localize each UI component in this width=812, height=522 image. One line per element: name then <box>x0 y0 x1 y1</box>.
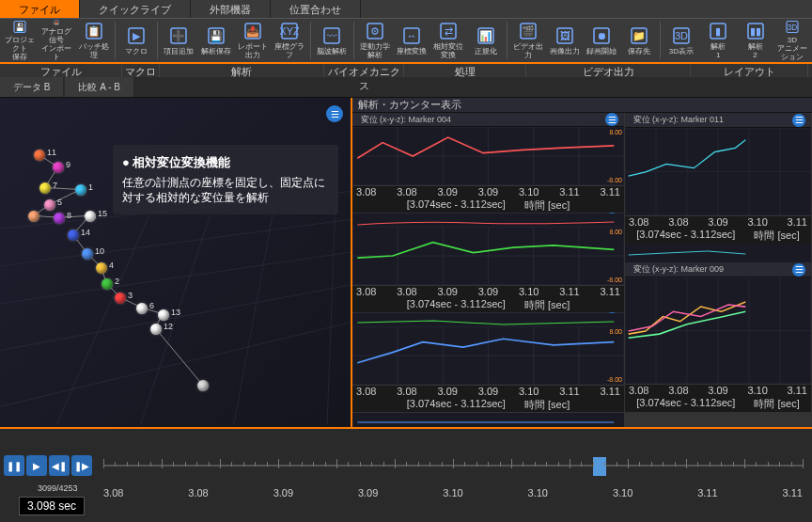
marker-point[interactable] <box>115 293 126 304</box>
step-back-button[interactable]: ◀❚ <box>49 455 70 476</box>
timeline-handle[interactable] <box>593 457 606 476</box>
chart-title: 変位 (x-y-z): Marker 004 <box>352 113 624 127</box>
chart-menu-button[interactable] <box>792 263 805 277</box>
ribbon-バッチ処理[interactable]: 📋バッチ処理 <box>76 20 112 61</box>
marker-point[interactable] <box>158 309 169 321</box>
svg-text:📁: 📁 <box>632 29 646 42</box>
work-tab-1[interactable]: 比較 A - B <box>65 77 133 97</box>
marker-label: 1 <box>88 182 93 192</box>
ribbon-画像出力[interactable]: 🖼画像出力 <box>547 20 583 61</box>
marker-point[interactable] <box>82 248 93 260</box>
marker-label: 15 <box>98 209 107 218</box>
viewport-3d[interactable]: 119715815141042361312 ● 相対変位変換機能 任意の計測点の… <box>0 98 352 427</box>
chart-xticks: 3.083.083.093.093.103.113.11 <box>352 286 624 297</box>
chart-range: [3.074sec - 3.112sec]時間 [sec] <box>352 397 624 413</box>
marker-label: 12 <box>164 322 173 331</box>
viewport-menu-button[interactable] <box>326 105 343 122</box>
ribbon-座標グラフ[interactable]: XYZ座標グラフ <box>272 20 307 61</box>
marker-point[interactable] <box>34 150 45 161</box>
chart-menu-button[interactable] <box>605 113 618 126</box>
marker-label: 3 <box>128 291 133 300</box>
svg-line-46 <box>0 323 351 407</box>
marker-point[interactable] <box>197 380 209 391</box>
marker-point[interactable] <box>53 162 64 173</box>
marker-point[interactable] <box>102 278 113 290</box>
top-tab-2[interactable]: 外部機器 <box>191 0 271 18</box>
marker-point[interactable] <box>96 262 107 274</box>
marker-label: 8 <box>67 211 71 220</box>
svg-text:↔: ↔ <box>406 30 416 41</box>
marker-point[interactable] <box>54 213 65 224</box>
chart-plot[interactable]: 8.00-8.00 <box>352 127 624 186</box>
svg-text:〰: 〰 <box>327 30 337 41</box>
ribbon-逆動力学解析[interactable]: ⚙逆動力学解析 <box>356 20 392 61</box>
chart-plot[interactable] <box>625 128 811 216</box>
marker-label: 11 <box>47 148 56 157</box>
svg-text:💾: 💾 <box>210 29 223 42</box>
marker-label: 5 <box>57 198 62 207</box>
ribbon-座標変換[interactable]: ↔座標変換 <box>394 20 429 61</box>
ribbon-保存先[interactable]: 📁保存先 <box>621 20 657 61</box>
timeline-tick: 3.11 <box>783 487 803 498</box>
svg-text:3D: 3D <box>788 24 798 32</box>
ribbon-脳波解析[interactable]: 〰脳波解析 <box>314 20 350 61</box>
ribbon-group: 処理 <box>404 64 526 77</box>
chart-xticks: 3.083.083.093.103.11 <box>625 385 811 396</box>
timeline-tick: 3.09 <box>358 487 378 498</box>
chart-range: [3.074sec - 3.112sec]時間 [sec] <box>352 297 624 313</box>
marker-point[interactable] <box>136 303 148 314</box>
ribbon-レポート出力[interactable]: 📤レポート出力 <box>235 20 271 61</box>
top-tab-0[interactable]: ファイル <box>0 0 80 18</box>
ribbon-アナログ信号-インポート[interactable]: 📥アナログ信号インポート <box>39 20 74 61</box>
marker-point[interactable] <box>85 211 96 222</box>
timeline-tick: 3.08 <box>103 487 123 498</box>
svg-text:💾: 💾 <box>15 23 25 33</box>
info-overlay: ● 相対変位変換機能 任意の計測点の座標を固定し、固定点に対する相対的な変位量を… <box>113 145 338 214</box>
marker-point[interactable] <box>150 324 162 335</box>
chart-xticks: 3.083.083.093.103.11 <box>625 216 811 228</box>
timeline-tick: 3.10 <box>613 487 632 498</box>
chart-range: [3.074sec - 3.112sec]時間 [sec] <box>352 198 624 214</box>
ribbon-group: レイアウト <box>691 64 808 77</box>
timeline-tick: 3.10 <box>443 487 462 498</box>
ribbon-group: ファイル <box>0 64 122 77</box>
ribbon-解析保存[interactable]: 💾解析保存 <box>197 20 233 61</box>
top-tab-3[interactable]: 位置合わせ <box>271 0 361 18</box>
ribbon-解析-2[interactable]: ▮▮解析2 <box>737 20 773 61</box>
ribbon-3D-アニメーション[interactable]: 3D3Dアニメーション <box>774 20 810 61</box>
svg-text:🖼: 🖼 <box>560 30 570 41</box>
marker-point[interactable] <box>39 182 51 194</box>
chart-plot[interactable]: 8.00-8.00 <box>352 227 624 286</box>
marker-label: 10 <box>95 246 104 256</box>
marker-label: 14 <box>81 228 90 237</box>
ribbon-正規化[interactable]: 📊正規化 <box>467 20 503 61</box>
pause-button[interactable]: ❚❚ <box>4 455 24 476</box>
svg-text:XYZ: XYZ <box>280 25 299 37</box>
ribbon-ビデオ出力[interactable]: 🎬ビデオ出力 <box>510 20 546 61</box>
chart-range: [3.074sec - 3.112sec]時間 [sec] <box>625 228 811 244</box>
marker-point[interactable] <box>75 184 86 196</box>
ribbon-マクロ[interactable]: ▶マクロ <box>118 20 154 61</box>
ribbon-相対変位変換[interactable]: ⇄相対変位変換 <box>430 20 466 61</box>
timeline-track[interactable] <box>103 448 803 485</box>
ribbon-項目追加[interactable]: ➕項目追加 <box>161 20 196 61</box>
chart-plot[interactable] <box>625 277 811 385</box>
play-button[interactable]: ▶ <box>26 455 47 476</box>
svg-text:▶: ▶ <box>133 30 141 41</box>
timeline-tick: 3.09 <box>273 487 293 498</box>
ribbon-プロジェクト-保存[interactable]: 💾プロジェクト保存 <box>2 20 38 61</box>
ribbon-3D表示[interactable]: 3D3D表示 <box>664 20 699 61</box>
marker-point[interactable] <box>68 229 79 241</box>
marker-point[interactable] <box>28 211 39 222</box>
step-fwd-button[interactable]: ❚▶ <box>71 455 92 476</box>
chart-menu-button[interactable] <box>792 114 805 127</box>
chart-plot[interactable]: 8.00-8.00 <box>352 326 624 386</box>
work-tab-0[interactable]: データ B <box>0 77 63 97</box>
svg-text:➕: ➕ <box>172 29 185 42</box>
marker-point[interactable] <box>44 199 55 211</box>
timeline-tick: 3.11 <box>697 487 717 498</box>
chart-mini[interactable] <box>625 244 811 262</box>
ribbon-録画開始[interactable]: ⏺録画開始 <box>584 20 619 61</box>
top-tab-1[interactable]: クイックライブ <box>80 0 191 18</box>
ribbon-解析-1[interactable]: ▮解析1 <box>700 20 736 61</box>
